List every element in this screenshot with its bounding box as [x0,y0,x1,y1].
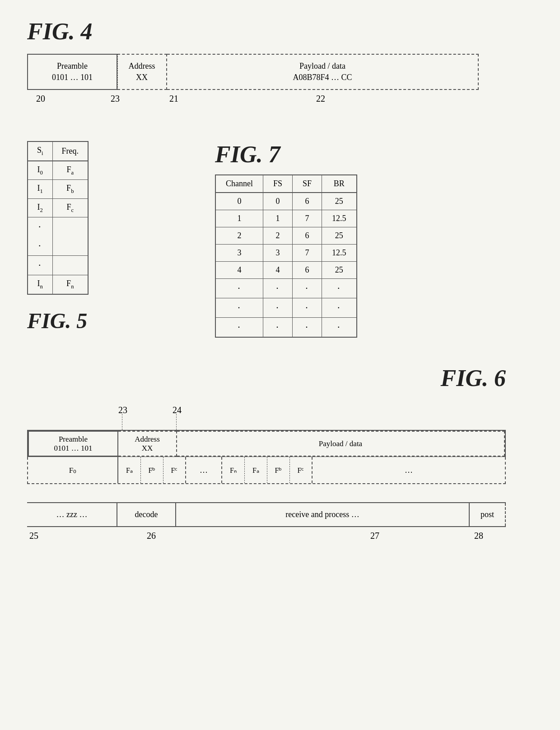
fig7-row-1: 1 1 7 12.5 [215,210,357,227]
fig7-r2-fs: 2 [263,227,293,245]
fig7-d3-br: · [322,318,357,338]
fig6-address-label: Address [135,435,160,444]
fig7-d1-br: · [322,279,357,298]
timeline-post-cell: post [470,503,506,526]
fig4-title: FIG. 4 [27,18,533,45]
fig7-row-0: 0 0 6 25 [215,193,357,210]
fig7-r3-channel: 3 [215,245,263,262]
fig7-r4-sf: 6 [293,262,322,279]
fig7-r1-sf: 7 [293,210,322,227]
fig5-row-2: I2 Fc [28,198,88,217]
fig7-r1-channel: 1 [215,210,263,227]
fig6-arrow-23 [122,414,122,430]
fig7-r1-br: 12.5 [322,210,357,227]
fig7-d3-sf: · [293,318,322,338]
fig4-preamble-cell: Preamble 0101 … 101 [27,54,117,90]
fig6-payload-cell: Payload / data [177,431,505,457]
fig4-packet-diagram: Preamble 0101 … 101 Address XX Payload /… [27,54,479,90]
fig5-dot3-col2 [52,256,88,275]
fig6-dots1: … [200,466,208,475]
fig4-payload-label: Payload / data [299,61,345,72]
fig4-preamble-value: 0101 … 101 [52,72,93,83]
fig5-row0-col2: Fa [52,161,88,180]
fig7-d1-fs: · [263,279,293,298]
fig7-r3-fs: 3 [263,245,293,262]
fig6-section: FIG. 6 23 24 Preamble 0101 … 101 Address [27,365,533,551]
fig7-r4-fs: 4 [263,262,293,279]
fig6-dots1-cell: … [186,457,222,483]
fig6-fa2-cell: Fₐ [245,457,267,483]
fig7-header-br: BR [322,175,357,193]
fig7-d3-channel: · [215,318,263,338]
fig7-area: FIG. 7 Channel FS SF BR 0 0 6 25 [215,141,357,338]
fig5-area: Si Freq. I0 Fa I1 Fb I2 Fc [27,141,89,333]
fig4-address-label: Address [129,61,155,72]
fig7-row-4: 4 4 6 25 [215,262,357,279]
fig7-dot-row-3: · · · · [215,318,357,338]
fig5-title: FIG. 5 [27,308,87,333]
fig6-fn: Fₙ [230,466,237,475]
fig4-label-21: 21 [169,94,178,104]
fig6-title: FIG. 6 [27,365,506,391]
fig7-row-2: 2 2 6 25 [215,227,357,245]
fig6-address-value: XX [142,444,153,453]
timeline-label-25: 25 [29,531,38,541]
fig5-dot2-col2 [52,236,88,256]
fig5-row-n: In Fn [28,275,88,294]
fig5-dot-row-2: · [28,236,88,256]
fig6-dots2-cell: … [313,457,505,483]
fig6-fa-cell: Fₐ [118,457,141,483]
fig7-d2-sf: · [293,298,322,318]
fig7-r2-sf: 6 [293,227,322,245]
fig4-preamble-label: Preamble [57,61,88,72]
fig5-row1-col1: I1 [28,180,52,199]
fig7-r2-br: 25 [322,227,357,245]
fig7-d2-channel: · [215,298,263,318]
timeline-row: … zzz … decode receive and process … pos… [27,502,506,527]
fig5-rown-col1: In [28,275,52,294]
fig7-d1-sf: · [293,279,322,298]
fig7-r0-sf: 6 [293,193,322,210]
fig7-r0-channel: 0 [215,193,263,210]
fig5-dot-row-3: · [28,256,88,275]
fig5-row2-col1: I2 [28,198,52,217]
fig6-f0: F₀ [69,466,76,475]
fig6-label-23: 23 [118,405,127,415]
fig4-address-cell: Address XX [117,54,167,90]
fig4-label-23: 23 [111,94,120,104]
fig7-title: FIG. 7 [215,141,280,168]
timeline-label-27: 27 [370,531,379,541]
fig6-fb-cell: Fᵇ [141,457,163,483]
fig4-address-value: XX [136,72,148,83]
fig5-row1-col2: Fb [52,180,88,199]
fig6-fa2: Fₐ [252,466,259,475]
fig6-dots2: … [405,466,413,475]
fig7-dot-row-2: · · · · [215,298,357,318]
fig6-fc2: Fᶜ [298,466,304,475]
fig7-r0-br: 25 [322,193,357,210]
fig6-preamble-cell: Preamble 0101 … 101 [28,431,118,457]
timeline-zzz-cell: … zzz … [27,503,117,526]
fig6-fc: Fᶜ [171,466,178,475]
fig6-fb2: Fᵇ [275,466,282,475]
fig7-dot-row-1: · · · · [215,279,357,298]
fig7-d2-fs: · [263,298,293,318]
fig7-r3-sf: 7 [293,245,322,262]
fig4-payload-cell: Payload / data A08B78F4 … CC [167,54,479,90]
fig5-dot1-col1: · [28,217,52,237]
fig7-row-3: 3 3 7 12.5 [215,245,357,262]
fig7-d1-channel: · [215,279,263,298]
fig6-address-cell: Address XX [118,431,177,457]
fig7-r0-fs: 0 [263,193,293,210]
fig5-col2-header: Freq. [52,141,88,161]
fig5-rown-col2: Fn [52,275,88,294]
timeline-decode: decode [135,510,158,519]
timeline-receive: receive and process … [285,510,359,519]
fig7-header-sf: SF [293,175,322,193]
fig6-fb: Fᵇ [149,466,156,475]
timeline-receive-cell: receive and process … [176,503,470,526]
fig5-col1-header: Si [28,141,52,161]
fig6-f0-cell: F₀ [28,457,118,483]
fig6-fc2-cell: Fᶜ [290,457,313,483]
fig7-d3-fs: · [263,318,293,338]
